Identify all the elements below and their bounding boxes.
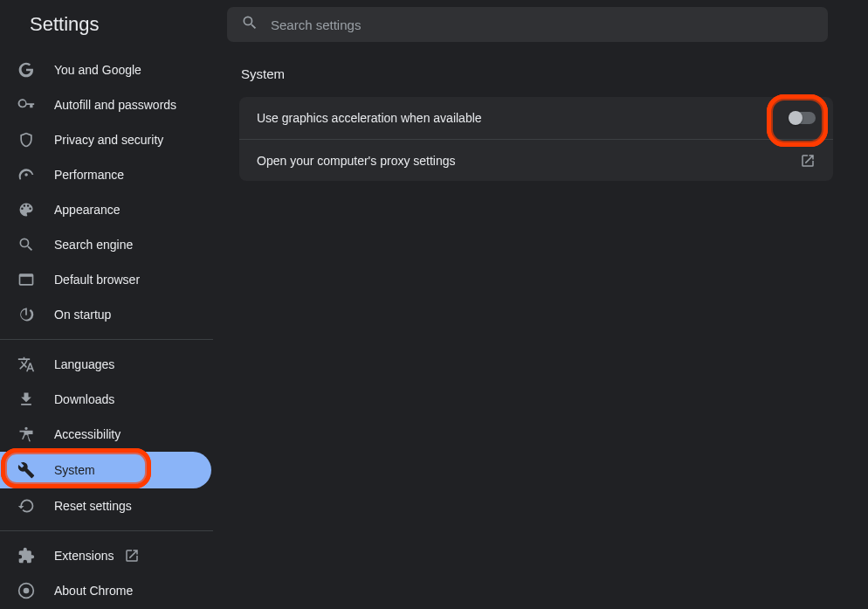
main-content: System Use graphics acceleration when av… bbox=[213, 49, 868, 609]
sidebar-item-label: Extensions bbox=[54, 549, 114, 563]
sidebar-item-label: Default browser bbox=[54, 273, 140, 287]
sidebar-item-label: Languages bbox=[54, 357, 114, 371]
open-in-new-icon bbox=[124, 548, 140, 564]
sidebar-item-label: Downloads bbox=[54, 392, 114, 406]
chrome-logo-icon bbox=[17, 582, 35, 599]
restore-icon bbox=[17, 497, 35, 515]
sidebar-item-label: Privacy and security bbox=[54, 133, 163, 147]
extensions-label-row: Extensions bbox=[54, 548, 140, 564]
power-icon bbox=[17, 306, 35, 323]
sidebar-item-search-engine[interactable]: Search engine bbox=[0, 227, 210, 262]
sidebar-item-label: Accessibility bbox=[54, 427, 121, 441]
layout: You and Google Autofill and passwords Pr… bbox=[0, 49, 868, 609]
sidebar-item-label: On startup bbox=[54, 308, 111, 322]
sidebar-item-downloads[interactable]: Downloads bbox=[0, 382, 210, 417]
row-label: Open your computer's proxy settings bbox=[257, 154, 456, 168]
header-left: Settings bbox=[0, 13, 227, 36]
sidebar-item-privacy[interactable]: Privacy and security bbox=[0, 122, 210, 157]
sidebar-item-accessibility[interactable]: Accessibility bbox=[0, 417, 210, 452]
sidebar-separator bbox=[0, 339, 213, 340]
section-title: System bbox=[239, 66, 837, 81]
app-title: Settings bbox=[30, 13, 100, 36]
palette-icon bbox=[17, 201, 35, 218]
row-graphics-acceleration[interactable]: Use graphics acceleration when available bbox=[239, 97, 833, 139]
sidebar-item-extensions[interactable]: Extensions bbox=[0, 538, 210, 573]
sidebar-item-label: Search engine bbox=[54, 238, 133, 252]
row-proxy-settings[interactable]: Open your computer's proxy settings bbox=[239, 139, 833, 181]
search-icon bbox=[241, 14, 258, 35]
sidebar-item-label: Appearance bbox=[54, 203, 121, 217]
toggle-graphics-acceleration[interactable] bbox=[789, 112, 816, 124]
translate-icon bbox=[17, 356, 35, 373]
search-container bbox=[227, 7, 868, 42]
google-g-icon bbox=[17, 61, 35, 79]
shield-icon bbox=[17, 131, 35, 149]
sidebar-item-reset[interactable]: Reset settings bbox=[0, 488, 210, 523]
search-icon bbox=[17, 236, 35, 253]
sidebar-item-label: System bbox=[54, 463, 95, 477]
accessibility-icon bbox=[17, 426, 35, 443]
sidebar-item-label: Performance bbox=[54, 168, 124, 182]
sidebar-item-performance[interactable]: Performance bbox=[0, 157, 210, 192]
wrench-icon bbox=[17, 461, 35, 479]
sidebar-item-label: Autofill and passwords bbox=[54, 98, 176, 112]
sidebar-item-label: About Chrome bbox=[54, 584, 133, 598]
svg-point-3 bbox=[24, 588, 30, 594]
open-in-new-icon bbox=[800, 153, 816, 169]
search-input[interactable] bbox=[271, 17, 814, 32]
sidebar-item-system[interactable]: System bbox=[0, 452, 211, 488]
download-icon bbox=[17, 391, 35, 408]
key-icon bbox=[17, 96, 35, 114]
browser-window-icon bbox=[17, 271, 35, 288]
extension-icon bbox=[17, 547, 35, 564]
sidebar-item-label: Reset settings bbox=[54, 499, 132, 513]
sidebar-item-about[interactable]: About Chrome bbox=[0, 573, 210, 608]
search-box[interactable] bbox=[227, 7, 828, 42]
sidebar-item-appearance[interactable]: Appearance bbox=[0, 192, 210, 227]
settings-card: Use graphics acceleration when available… bbox=[239, 97, 833, 181]
sidebar-separator bbox=[0, 530, 213, 531]
app-header: Settings bbox=[0, 0, 868, 49]
sidebar-item-you-and-google[interactable]: You and Google bbox=[0, 52, 210, 87]
sidebar-item-label: You and Google bbox=[54, 63, 141, 77]
sidebar-item-autofill[interactable]: Autofill and passwords bbox=[0, 87, 210, 122]
sidebar-item-default-browser[interactable]: Default browser bbox=[0, 262, 210, 297]
sidebar-item-languages[interactable]: Languages bbox=[0, 347, 210, 382]
sidebar: You and Google Autofill and passwords Pr… bbox=[0, 49, 213, 609]
sidebar-item-on-startup[interactable]: On startup bbox=[0, 297, 210, 332]
row-label: Use graphics acceleration when available bbox=[257, 111, 482, 125]
speedometer-icon bbox=[17, 166, 35, 183]
